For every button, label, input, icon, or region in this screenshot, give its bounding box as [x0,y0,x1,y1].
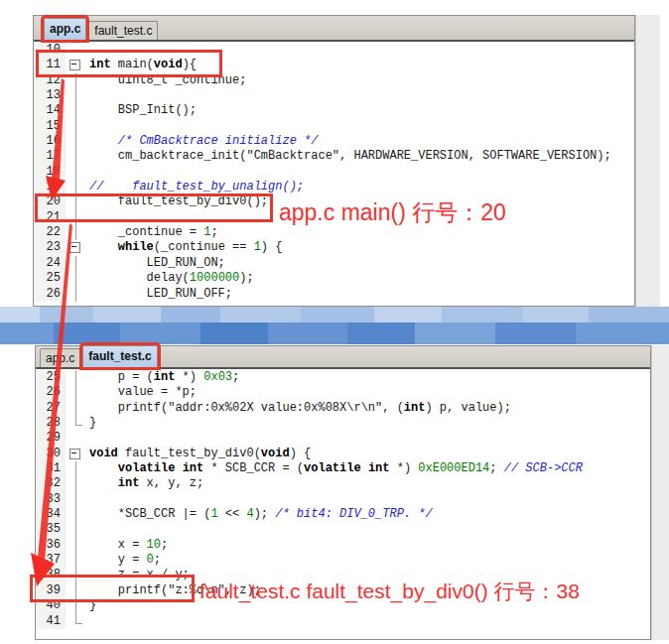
code-seg: _continue = [89,225,203,239]
fold-margin [66,240,86,255]
fold-margin [66,614,86,629]
code-seg: } [89,598,96,612]
tab-bar: app.cfault_test.c [34,16,634,42]
line-number: 27 [36,401,66,416]
line-number: 24 [34,256,66,271]
code-seg: ); [239,271,253,285]
code-seg [89,476,118,490]
code-line: 19// fault_test_by_unalign(); [34,180,634,194]
code-seg: uint8_t _continue; [89,73,246,87]
line-number: 14 [34,103,66,118]
fold-collapse-icon[interactable] [69,242,80,253]
code-seg: ; [161,538,168,552]
code-seg: void [89,447,118,460]
tab-fault_test-c[interactable]: fault_test.c [88,21,158,40]
code-text: LED_RUN_OFF; [86,287,634,302]
code-seg: 0 [147,553,154,567]
fold-margin [66,256,86,271]
blue-divider [0,307,669,344]
fold-collapse-icon[interactable] [69,449,80,459]
line-number: 15 [34,119,66,134]
fold-margin [66,416,86,431]
code-seg: *) [389,461,418,475]
code-line: 30void fault_test_by_div0(void) { [36,447,650,461]
code-line: 18 [34,165,634,180]
fold-margin [66,225,86,240]
code-seg: x, y, z; [139,476,203,490]
code-seg: int [183,461,204,475]
line-number: 38 [36,568,66,582]
fold-margin [66,583,86,598]
line-number: 16 [34,134,66,149]
code-seg: } [89,416,96,430]
fold-margin [66,507,86,522]
code-seg: // SCB->CCR [504,461,583,475]
fold-margin [66,165,86,180]
tab-app-c[interactable]: app.c [44,18,86,40]
code-text: uint8_t _continue; [86,73,634,88]
line-number: 41 [36,614,66,629]
code-seg: int [89,58,111,71]
code-text: p = (int *) 0x03; [86,370,650,385]
code-line: 13 [34,88,634,103]
line-number: 18 [34,165,66,180]
fold-margin [66,134,86,149]
tab-fault_test-c[interactable]: fault_test.c [82,345,157,367]
fold-margin [66,271,86,286]
code-seg: volatile [118,461,176,475]
tab-bar: app.cfault_test.c [36,346,650,369]
code-line: 15 [34,119,634,134]
code-seg [175,461,182,475]
code-seg [89,461,118,475]
code-text: BSP_Init(); [86,103,634,118]
code-text: printf("addr:0x%02X value:0x%08X\r\n", (… [86,401,650,416]
code-line: 14 BSP_Init(); [34,103,634,118]
line-number: 32 [36,476,66,491]
window-edge-strip [651,345,669,640]
code-line: 33 [36,492,650,507]
fold-margin [66,58,86,72]
code-seg [361,461,368,475]
code-text: } [86,416,650,431]
line-number: 40 [36,598,66,613]
line-number: 17 [34,149,66,164]
code-seg: ; [489,461,503,475]
code-seg: int [154,370,176,384]
fold-margin [66,447,86,461]
line-number: 11 [34,58,66,72]
fold-margin [66,370,86,385]
annotation-line38: fault_test.c fault_test_by_div0() 行号：38 [200,578,580,605]
fold-margin [66,287,86,302]
line-number: 10 [34,43,66,58]
code-seg: int [404,401,426,415]
fold-margin [66,538,86,553]
code-line: 23 while(_continue == 1) { [34,240,634,255]
line-number: 36 [36,538,66,553]
code-text: LED_RUN_ON; [86,256,634,271]
tab-app-c[interactable]: app.c [40,348,80,367]
code-line: 28} [36,416,650,431]
fold-margin [66,194,86,209]
fold-margin [66,73,86,88]
code-seg: cm_backtrace_init("CmBacktrace", HARDWAR… [89,149,611,163]
code-text: y = 0; [86,553,650,568]
code-seg: z = x / y; [89,568,190,581]
line-number: 23 [34,240,66,255]
code-seg: void [154,58,183,71]
code-seg: p = ( [89,370,154,384]
fold-margin [66,88,86,103]
fold-margin [66,149,86,164]
fold-margin [66,385,86,400]
code-area[interactable]: 1011int main(void){12 uint8_t _continue;… [34,42,634,306]
fold-margin [66,553,86,568]
code-seg: /* CmBacktrace initialize */ [89,134,318,148]
code-seg: y = [89,553,147,567]
code-text: delay(1000000); [86,271,634,286]
line-number: 29 [36,431,66,446]
code-line: 11int main(void){ [34,58,634,72]
code-seg: ){ [183,58,197,71]
fold-margin [66,476,86,491]
code-text: int x, y, z; [86,476,650,491]
fold-collapse-icon[interactable] [69,60,80,70]
line-number: 21 [34,210,66,225]
